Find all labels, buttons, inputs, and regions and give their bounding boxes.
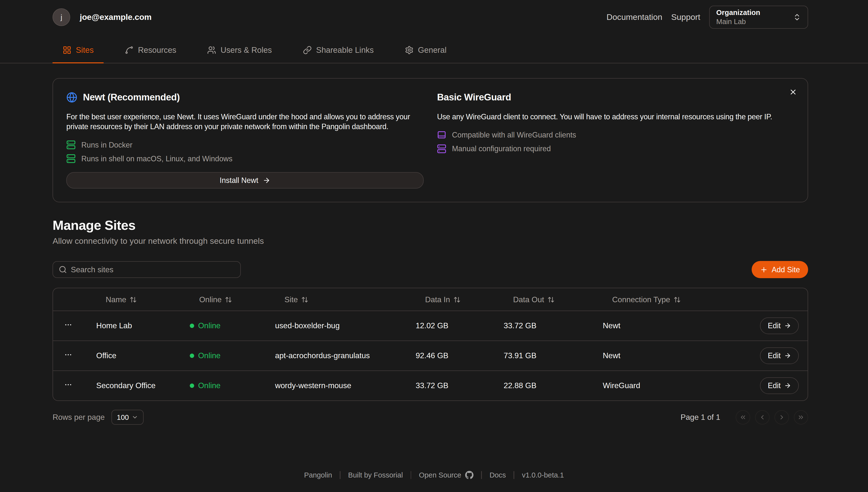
add-site-button[interactable]: Add Site [752,261,808,278]
footer-divider [411,471,411,479]
sort-online[interactable]: Online [199,295,232,304]
online-dot [190,324,194,328]
org-selector[interactable]: Organization Main Lab [709,6,808,29]
tab-label: General [418,45,447,55]
sites-toolbar: Add Site [52,261,808,278]
tab-label: Users & Roles [221,45,272,55]
table-row: Home Lab Online used-boxelder-bug 12.02 … [53,311,808,341]
sort-site[interactable]: Site [284,295,308,304]
prev-page-button[interactable] [755,410,770,425]
server-icon [437,144,446,153]
arrow-right-icon [784,322,791,329]
page-info: Page 1 of 1 [681,413,720,422]
cell-online: Online [181,311,267,341]
col-connection-type: Connection Type [595,288,680,311]
feature-label: Runs in shell on macOS, Linux, and Windo… [81,154,232,163]
tab-general[interactable]: General [395,45,456,64]
chevron-left-icon [759,414,766,421]
last-page-button[interactable] [794,410,808,425]
feature-label: Manual configuration required [452,144,551,153]
rows-per-page-select[interactable]: 100 [111,410,144,425]
connect-method-card: Newt (Recommended) For the best user exp… [52,78,808,202]
cell-site: wordy-western-mouse [267,371,407,401]
search-input[interactable] [71,265,235,274]
main-content: Newt (Recommended) For the best user exp… [0,63,868,458]
tab-bar: Sites Resources Users & Roles Shareable … [0,34,868,63]
table-row: Secondary Office Online wordy-western-mo… [53,371,808,401]
sort-icon [301,296,308,303]
col-label: Online [199,295,222,304]
cell-data-out: 73.91 GB [495,341,595,371]
edit-label: Edit [768,321,780,330]
footer-divider [481,471,481,479]
ellipsis-icon [64,321,72,329]
row-menu-button[interactable] [64,351,72,359]
sort-data-out[interactable]: Data Out [513,295,554,304]
footer-docs[interactable]: Docs [490,471,506,479]
footer-open-source[interactable]: Open Source [419,471,473,479]
tab-users-roles[interactable]: Users & Roles [197,45,282,64]
close-card-button[interactable] [789,88,797,96]
user-info[interactable]: j joe@example.com [52,8,151,26]
col-label: Site [284,295,298,304]
table-header-row: Name Online Site Data In Data Out Connec… [53,288,808,311]
online-dot [190,353,194,358]
user-email: joe@example.com [80,12,152,22]
globe-icon [66,92,77,103]
close-icon [789,88,797,96]
settings-icon [405,46,414,54]
online-label: Online [198,351,220,360]
feature-label: Compatible with all WireGuard clients [452,131,576,139]
rows-per-page-value: 100 [117,413,129,421]
plus-icon [760,266,768,274]
wireguard-title-row: Basic WireGuard [437,92,794,103]
avatar[interactable]: j [52,8,70,26]
row-menu-button[interactable] [64,321,72,329]
chevron-down-icon [131,414,138,421]
feature-label: Runs in Docker [81,141,132,149]
tab-shareable-links[interactable]: Shareable Links [293,45,384,64]
sort-name[interactable]: Name [105,295,137,304]
top-header: j joe@example.com Documentation Support … [0,0,868,34]
rows-per-page-label: Rows per page [52,413,105,422]
sort-data-in[interactable]: Data In [425,295,461,304]
sites-table: Name Online Site Data In Data Out Connec… [52,288,808,401]
edit-site-button[interactable]: Edit [760,377,799,394]
arrow-right-icon [263,176,271,184]
footer-divider [514,471,514,479]
next-page-button[interactable] [774,410,789,425]
col-data-out: Data Out [495,288,595,311]
hard-drive-icon [437,130,446,140]
feature-item: Runs in shell on macOS, Linux, and Windo… [66,153,424,164]
nav-documentation[interactable]: Documentation [606,12,662,22]
wireguard-column: Basic WireGuard Use any WireGuard client… [437,92,794,189]
page-subtitle: Allow connectivity to your network throu… [52,236,808,246]
sort-connection-type[interactable]: Connection Type [612,295,681,304]
col-label: Name [105,295,126,304]
install-newt-label: Install Newt [220,176,258,184]
cell-online: Online [181,341,267,371]
edit-label: Edit [768,351,780,360]
search-box [52,261,241,278]
install-newt-button[interactable]: Install Newt [66,172,424,189]
col-name: Name [88,288,181,311]
nav-support[interactable]: Support [671,12,700,22]
newt-features: Runs in Docker Runs in shell on macOS, L… [66,140,424,164]
col-edit [680,288,808,311]
edit-site-button[interactable]: Edit [760,347,799,364]
tab-resources[interactable]: Resources [115,45,186,64]
page-title: Manage Sites [52,218,808,233]
tab-sites[interactable]: Sites [52,45,104,64]
ellipsis-icon [64,380,72,389]
header-actions: Documentation Support Organization Main … [606,6,808,29]
edit-site-button[interactable]: Edit [760,317,799,334]
newt-title-row: Newt (Recommended) [66,92,424,103]
sort-icon [453,296,461,303]
cell-data-out: 33.72 GB [495,311,595,341]
cell-site: apt-acrochordus-granulatus [267,341,407,371]
cell-data-in: 92.46 GB [407,341,495,371]
first-page-button[interactable] [736,410,750,425]
row-menu-button[interactable] [64,380,72,389]
sort-icon [674,296,681,303]
wireguard-description: Use any WireGuard client to connect. You… [437,112,794,122]
